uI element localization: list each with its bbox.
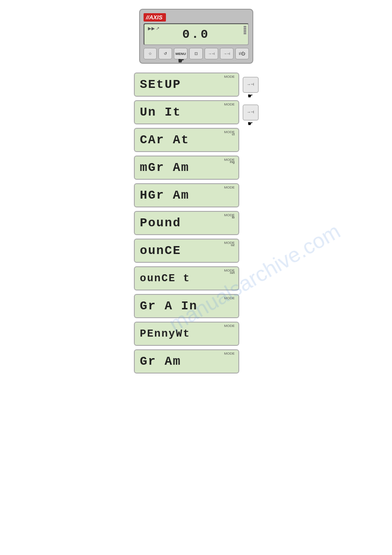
unit-label-ounce: oz: [231, 243, 234, 247]
display-icon: ▶▶ ↗: [148, 26, 160, 31]
zero-button[interactable]: ☆: [144, 48, 157, 59]
scale-display: ▶▶ ↗ 0.0: [144, 23, 249, 45]
brand-label: //AXIS: [144, 13, 166, 22]
lcd-row-gram: MODE Gr Am: [134, 349, 259, 374]
bar-indicator: [244, 26, 246, 34]
arrow-right-sub-button[interactable]: →⊣: [220, 48, 234, 59]
lcd-panel-ounce-troy: MODE ozt ounCE t: [134, 266, 239, 290]
unit-label-milligram: mg: [230, 160, 234, 164]
print-button[interactable]: ⊡: [189, 48, 203, 59]
lcd-text-hectogram: HGr Am: [140, 189, 190, 202]
lcd-panel-pound: MODE lb Pound: [134, 211, 239, 235]
lcd-text-ounce-troy: ounCE t: [140, 273, 191, 284]
unit-label-carat: ct: [232, 132, 234, 136]
lcd-text-grain: Gr A In: [140, 300, 198, 312]
lcd-row-carat: MODE ct CAr At: [134, 128, 259, 152]
lcd-row-hectogram: MODE HGr Am: [134, 183, 259, 207]
lcd-panels-container: MODE SEtUP →⊣ ☛ MODE Un It →⊣ ☛ MODE ct: [134, 73, 259, 375]
lcd-row-unit: MODE Un It →⊣ ☛: [134, 100, 259, 124]
lcd-text-milligram: mGr Am: [140, 162, 190, 174]
cursor-hand-menu: ☛: [178, 57, 184, 65]
lcd-panel-gram: MODE Gr Am: [134, 349, 239, 374]
scale-buttons: ☆ ↺ MENU ☛ ⊡ →⊣ →⊣ I/⏻: [144, 48, 249, 59]
lcd-text-ounce: ounCE: [140, 245, 181, 257]
mode-label-hectogram: MODE: [224, 185, 235, 189]
mode-label-grain: MODE: [224, 296, 235, 300]
mode-label-setup: MODE: [224, 75, 235, 79]
lcd-panel-setup: MODE SEtUP: [134, 73, 239, 97]
scale-device: //AXIS ▶▶ ↗ 0.0 ☆ ↺ MENU ☛ ⊡ →⊣ →⊣ I/⏻: [139, 9, 253, 64]
arrow-btn-unit[interactable]: →⊣ ☛: [243, 105, 259, 120]
brand-text: //AXIS: [146, 14, 163, 21]
lcd-panel-hectogram: MODE HGr Am: [134, 183, 239, 207]
mode-label-unit: MODE: [224, 102, 235, 106]
mode-label-gram: MODE: [224, 352, 235, 355]
lcd-row-pennyweight: MODE PEnnyWt: [134, 322, 259, 346]
lcd-row-ounce-troy: MODE ozt ounCE t: [134, 266, 259, 290]
lcd-text-pennyweight: PEnnyWt: [140, 329, 191, 339]
arrow-right-button[interactable]: →⊣: [205, 48, 218, 59]
lcd-panel-pennyweight: MODE PEnnyWt: [134, 322, 239, 346]
lcd-text-carat: CAr At: [140, 134, 190, 146]
lcd-panel-milligram: MODE mg mGr Am: [134, 156, 239, 180]
cursor-hand-unit: ☛: [248, 120, 253, 127]
arrow-btn-unit-text: →⊣: [247, 110, 254, 115]
lcd-row-milligram: MODE mg mGr Am: [134, 156, 259, 180]
tare-button[interactable]: ↺: [158, 48, 172, 59]
cursor-hand-setup: ☛: [248, 92, 253, 99]
lcd-panel-ounce: MODE oz ounCE: [134, 239, 239, 263]
lcd-text-pound: Pound: [140, 217, 181, 229]
display-value: 0.0: [182, 28, 209, 41]
unit-label-pound: lb: [232, 215, 234, 219]
lcd-panel-unit: MODE Un It: [134, 100, 239, 124]
unit-label-ounce-troy: ozt: [230, 271, 235, 275]
lcd-panel-carat: MODE ct CAr At: [134, 128, 239, 152]
menu-button[interactable]: MENU ☛: [174, 48, 187, 59]
power-button[interactable]: I/⏻: [235, 48, 249, 59]
arrow-btn-setup[interactable]: →⊣ ☛: [243, 77, 259, 93]
lcd-panel-grain: MODE Gr A In: [134, 294, 239, 318]
lcd-text-unit: Un It: [140, 106, 181, 119]
lcd-text-setup: SEtUP: [140, 79, 181, 91]
lcd-row-pound: MODE lb Pound: [134, 211, 259, 235]
lcd-text-gram: Gr Am: [140, 355, 181, 368]
mode-label-pennyweight: MODE: [224, 324, 235, 328]
arrow-btn-setup-text: →⊣: [247, 83, 254, 87]
lcd-row-ounce: MODE oz ounCE: [134, 239, 259, 263]
lcd-row-grain: MODE Gr A In: [134, 294, 259, 318]
lcd-row-setup: MODE SEtUP →⊣ ☛: [134, 73, 259, 97]
page-container: //AXIS ▶▶ ↗ 0.0 ☆ ↺ MENU ☛ ⊡ →⊣ →⊣ I/⏻: [86, 9, 306, 375]
